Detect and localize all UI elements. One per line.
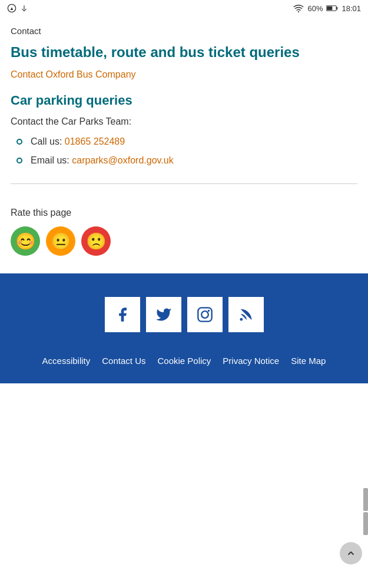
rss-icon xyxy=(238,306,254,323)
instagram-button[interactable] xyxy=(187,297,223,332)
cookie-policy-link[interactable]: Cookie Policy xyxy=(157,356,211,366)
call-text: Call us: 01865 252489 xyxy=(31,136,125,147)
main-content: Contact Bus timetable, route and bus tic… xyxy=(0,16,368,184)
notification-icon: ▲ xyxy=(7,4,16,13)
status-right: 60% 18:01 xyxy=(293,4,361,13)
instagram-icon xyxy=(197,306,213,323)
neutral-emoji: 😐 xyxy=(51,232,71,251)
twitter-button[interactable] xyxy=(146,297,181,332)
chevron-up-icon xyxy=(346,548,356,559)
privacy-notice-link[interactable]: Privacy Notice xyxy=(223,356,279,366)
contact-us-link[interactable]: Contact Us xyxy=(102,356,145,366)
facebook-icon xyxy=(114,306,131,323)
car-park-heading: Car parking queries xyxy=(11,93,357,108)
battery-percentage: 60% xyxy=(307,4,323,13)
divider xyxy=(11,183,357,184)
svg-point-7 xyxy=(201,311,208,318)
svg-rect-5 xyxy=(327,6,333,10)
footer: Accessibility Contact Us Cookie Policy P… xyxy=(0,273,368,383)
bullet-circle-call xyxy=(16,139,22,145)
email-label: Email us: xyxy=(31,155,69,165)
svg-rect-4 xyxy=(337,7,338,9)
bus-heading: Bus timetable, route and bus ticket quer… xyxy=(11,43,357,61)
svg-text:▲: ▲ xyxy=(9,6,14,11)
bus-company-link[interactable]: Contact Oxford Bus Company xyxy=(11,69,136,79)
rss-button[interactable] xyxy=(228,297,264,332)
bullet-circle-email xyxy=(16,158,22,163)
emoji-row: 😊 😐 🙁 xyxy=(11,226,357,256)
svg-point-8 xyxy=(207,310,210,312)
scroll-up-indicator xyxy=(363,488,368,511)
svg-point-2 xyxy=(298,11,299,12)
twitter-icon xyxy=(155,306,172,323)
rate-title: Rate this page xyxy=(11,208,357,218)
wifi-icon xyxy=(293,4,304,12)
call-label: Call us: xyxy=(31,136,62,146)
sad-button[interactable]: 🙁 xyxy=(81,226,111,256)
email-address[interactable]: carparks@oxford.gov.uk xyxy=(72,155,173,165)
social-icons xyxy=(12,297,356,332)
status-left: ▲ xyxy=(7,4,28,13)
car-park-team-text: Contact the Car Parks Team: xyxy=(11,116,357,127)
email-text: Email us: carparks@oxford.gov.uk xyxy=(31,155,174,166)
facebook-button[interactable] xyxy=(105,297,140,332)
footer-links: Accessibility Contact Us Cookie Policy P… xyxy=(12,356,356,366)
happy-emoji: 😊 xyxy=(15,232,36,251)
sad-emoji: 🙁 xyxy=(86,232,107,251)
call-item: Call us: 01865 252489 xyxy=(16,136,357,147)
accessibility-link[interactable]: Accessibility xyxy=(42,356,91,366)
download-icon xyxy=(20,4,28,12)
svg-rect-6 xyxy=(198,308,211,322)
scroll-up-button[interactable] xyxy=(340,542,362,564)
site-map-link[interactable]: Site Map xyxy=(291,356,326,366)
status-bar: ▲ 60% 18:01 xyxy=(0,0,368,16)
email-item: Email us: carparks@oxford.gov.uk xyxy=(16,155,357,166)
contact-label: Contact xyxy=(11,26,357,36)
scroll-down-indicator xyxy=(363,512,368,535)
happy-button[interactable]: 😊 xyxy=(11,226,40,256)
time: 18:01 xyxy=(342,4,361,13)
neutral-button[interactable]: 😐 xyxy=(46,226,75,256)
rate-section: Rate this page 😊 😐 🙁 xyxy=(0,202,368,273)
call-number[interactable]: 01865 252489 xyxy=(65,136,125,146)
scroll-indicator xyxy=(363,488,368,535)
svg-point-9 xyxy=(240,318,243,321)
contact-list: Call us: 01865 252489 Email us: carparks… xyxy=(11,136,357,166)
battery-icon xyxy=(326,5,338,12)
